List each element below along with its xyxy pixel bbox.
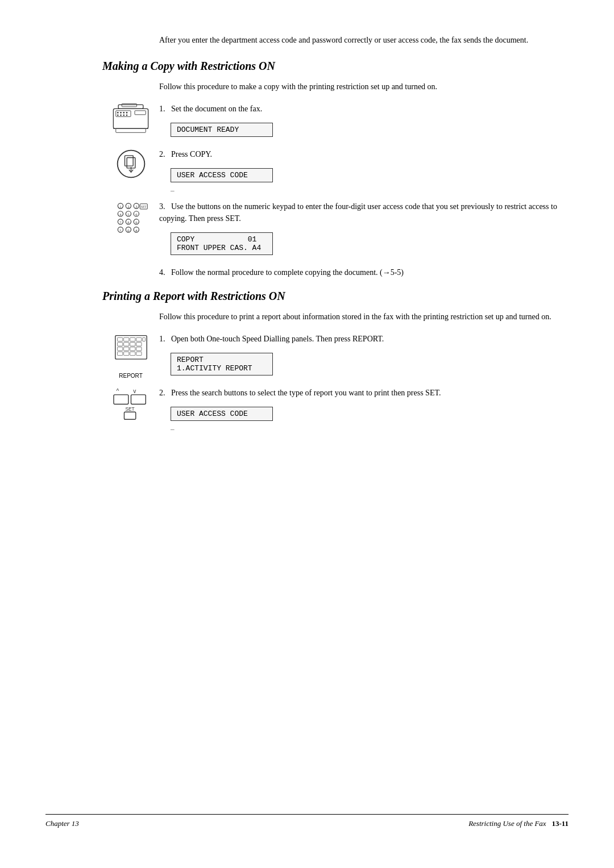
svg-point-15 — [117, 151, 144, 178]
svg-point-11 — [126, 114, 128, 116]
intro-text: After you enter the department access co… — [159, 34, 569, 46]
svg-rect-17 — [127, 158, 135, 168]
step-s2-2-icon-col: ^ v SET — [102, 387, 159, 421]
step-s2-2-text: 2. Press the search buttons to select th… — [159, 387, 569, 399]
svg-rect-59 — [117, 352, 122, 355]
lcd-line-uac2: USER ACCESS CODE — [177, 410, 267, 418]
svg-rect-54 — [136, 343, 141, 346]
lcd-report-line2: 1.ACTIVITY REPORT — [177, 364, 267, 373]
step1-number: 1. — [159, 105, 165, 113]
svg-rect-68 — [124, 412, 135, 419]
svg-text:1: 1 — [119, 205, 121, 208]
step2-icon-col — [102, 148, 159, 180]
section2-step2: ^ v SET 2. Press the search buttons to s… — [102, 387, 569, 431]
svg-text:4: 4 — [119, 212, 122, 216]
section1-step4: 4. Follow the normal procedure to comple… — [159, 266, 569, 278]
step2-lcd: USER ACCESS CODE _ — [159, 165, 569, 193]
svg-rect-46 — [117, 337, 122, 341]
svg-point-7 — [126, 112, 128, 114]
svg-rect-13 — [116, 128, 146, 132]
step3-number: 3. — [159, 202, 165, 211]
svg-text:7: 7 — [119, 220, 122, 224]
footer-chapter: Chapter 13 — [45, 819, 79, 828]
lcd-document-ready: DOCUMENT READY — [171, 123, 273, 137]
svg-point-10 — [123, 114, 125, 116]
footer-page-number: 13-11 — [551, 819, 569, 828]
step-s2-2-number: 2. — [159, 389, 165, 397]
step3-icon-col: 1 2 3 4 5 6 7 8 9 * 0 — [102, 201, 159, 240]
svg-rect-60 — [123, 352, 128, 355]
footer: Chapter 13 Restricting Use of the Fax 13… — [45, 814, 569, 828]
report-label: REPORT — [119, 373, 143, 379]
step1-icon-col — [102, 103, 159, 137]
page: After you enter the department access co… — [0, 0, 614, 868]
step-s2-1-content: 1. Open both One-touch Speed Dialling pa… — [159, 333, 569, 379]
svg-text:^: ^ — [117, 388, 119, 394]
svg-text:v: v — [133, 388, 136, 394]
lcd-report: REPORT 1.ACTIVITY REPORT — [171, 353, 273, 375]
step2-text: 2. Press COPY. — [159, 148, 569, 160]
svg-point-4 — [117, 112, 119, 114]
keypad-icon: 1 2 3 4 5 6 7 8 9 * 0 — [113, 201, 150, 240]
svg-text:2: 2 — [127, 205, 129, 208]
svg-rect-14 — [135, 111, 146, 115]
svg-rect-61 — [130, 352, 135, 355]
svg-rect-57 — [130, 347, 135, 350]
svg-rect-65 — [114, 395, 128, 404]
svg-point-8 — [117, 114, 119, 116]
section2-title: Printing a Report with Restrictions ON — [102, 290, 569, 303]
svg-point-6 — [123, 112, 125, 114]
footer-right-italic: Restricting Use of the Fax — [468, 819, 546, 828]
lcd-cursor-2: _ — [165, 424, 569, 431]
svg-text:8: 8 — [127, 220, 129, 224]
fax-machine-icon — [111, 103, 151, 137]
lcd-user-access-code-1: USER ACCESS CODE — [171, 168, 273, 182]
step2-number: 2. — [159, 150, 165, 158]
step1-lcd: DOCUMENT READY — [159, 119, 569, 140]
copy-button-icon — [115, 148, 147, 180]
svg-rect-53 — [130, 343, 135, 346]
svg-point-5 — [120, 112, 122, 114]
step3-lcd: COPY 01 FRONT UPPER CAS. A4 — [159, 229, 569, 258]
svg-text:*: * — [119, 228, 121, 232]
step3-content: 3. Use the buttons on the numeric keypad… — [159, 201, 569, 258]
lcd-line-front: FRONT UPPER CAS. A4 — [177, 244, 267, 252]
svg-rect-1 — [122, 104, 136, 107]
svg-rect-48 — [130, 337, 135, 341]
svg-rect-50 — [142, 337, 145, 341]
step-s2-2-lcd: USER ACCESS CODE _ — [159, 403, 569, 431]
step-s2-1-text: 1. Open both One-touch Speed Dialling pa… — [159, 333, 569, 345]
section2-intro: Follow this procedure to print a report … — [159, 311, 569, 323]
step-s2-2-content: 2. Press the search buttons to select th… — [159, 387, 569, 431]
svg-rect-52 — [123, 343, 128, 346]
lcd-line-uac1: USER ACCESS CODE — [177, 171, 267, 180]
svg-rect-58 — [136, 347, 141, 350]
svg-rect-49 — [136, 337, 141, 341]
section1-intro: Follow this procedure to make a copy wit… — [159, 81, 569, 93]
svg-text:#: # — [135, 228, 138, 232]
lcd-user-access-code-2: USER ACCESS CODE — [171, 407, 273, 421]
step4-number: 4. — [159, 268, 165, 277]
step1-content: 1. Set the document on the fax. DOCUMENT… — [159, 103, 569, 140]
svg-text:0: 0 — [127, 228, 129, 232]
lcd-line-copy: COPY 01 — [177, 235, 267, 244]
svg-rect-51 — [117, 343, 122, 346]
step-s2-1-lcd: REPORT 1.ACTIVITY REPORT — [159, 349, 569, 379]
svg-rect-16 — [125, 156, 133, 166]
speed-dial-icon — [113, 333, 150, 367]
step1-text: 1. Set the document on the fax. — [159, 103, 569, 115]
svg-rect-47 — [123, 337, 128, 341]
section1-title: Making a Copy with Restrictions ON — [102, 60, 569, 73]
svg-rect-55 — [117, 347, 122, 350]
lcd-report-line1: REPORT — [177, 356, 267, 364]
section1-step2: 2. Press COPY. USER ACCESS CODE _ — [102, 148, 569, 193]
section2-step1: REPORT 1. Open both One-touch Speed Dial… — [102, 333, 569, 379]
svg-rect-62 — [136, 352, 141, 355]
nav-buttons-icon: ^ v SET — [111, 387, 151, 421]
section1-step1: 1. Set the document on the fax. DOCUMENT… — [102, 103, 569, 140]
step2-content: 2. Press COPY. USER ACCESS CODE _ — [159, 148, 569, 193]
svg-text:6: 6 — [135, 212, 138, 216]
lcd-line-1: DOCUMENT READY — [177, 126, 267, 134]
svg-rect-56 — [123, 347, 128, 350]
svg-text:9: 9 — [135, 220, 137, 224]
